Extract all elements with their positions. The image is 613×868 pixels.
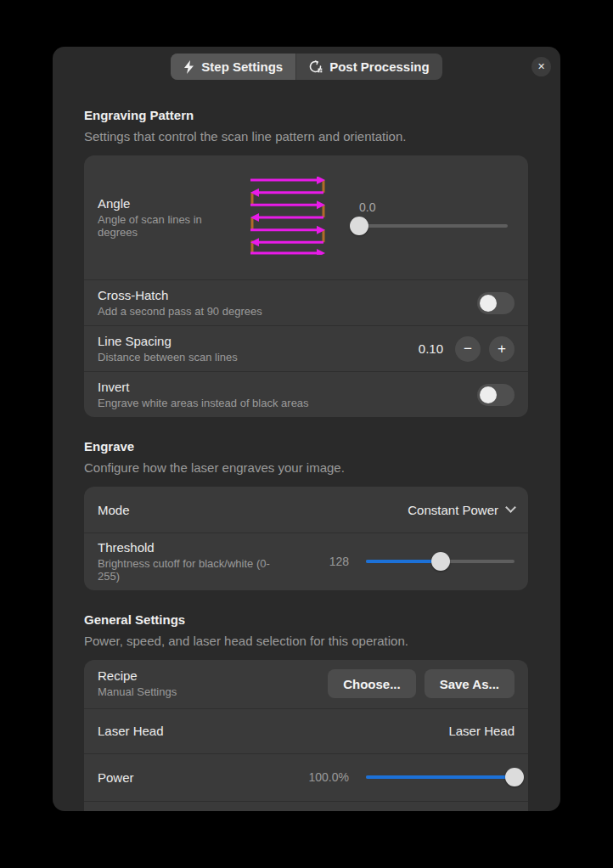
angle-value: 0.0	[359, 200, 515, 214]
close-button[interactable]: ✕	[531, 57, 551, 76]
recipe-save-as-button[interactable]: Save As...	[425, 669, 515, 698]
engraving-pattern-card: Angle Angle of scan lines in degrees	[84, 155, 528, 417]
mode-row[interactable]: Mode Constant Power	[84, 487, 528, 533]
line-spacing-row: Line Spacing Distance between scan lines…	[84, 325, 528, 371]
line-spacing-title: Line Spacing	[98, 334, 238, 348]
angle-row: Angle Angle of scan lines in degrees	[84, 155, 528, 279]
dialog-content: Engraving Pattern Settings that control …	[53, 108, 560, 811]
view-switcher: Step Settings Post Processing	[171, 54, 441, 80]
power-row: Power 100.0%	[84, 753, 528, 801]
cross-hatch-row: Cross-Hatch Add a second pass at 90 degr…	[84, 279, 528, 325]
angle-title: Angle	[98, 196, 232, 211]
laser-head-title: Laser Head	[98, 724, 164, 738]
recipe-title: Recipe	[98, 668, 177, 683]
tab-power-title: Tab Power	[98, 810, 158, 811]
threshold-slider-knob[interactable]	[431, 552, 450, 571]
step-settings-dialog: Step Settings Post Processing ✕	[53, 47, 560, 811]
dialog-header: Step Settings Post Processing ✕	[53, 47, 560, 86]
section-desc-engraving-pattern: Settings that control the scan line patt…	[84, 129, 528, 144]
mode-value: Constant Power	[408, 503, 498, 517]
threshold-subtitle: Brightness cutoff for black/white (0-255…	[98, 557, 276, 583]
tab-post-processing[interactable]: Post Processing	[295, 54, 442, 80]
section-title-engrave: Engrave	[84, 439, 528, 454]
angle-slider[interactable]	[359, 217, 508, 235]
section-title-engraving-pattern: Engraving Pattern	[84, 108, 528, 122]
threshold-slider[interactable]	[366, 552, 515, 571]
minus-icon: −	[464, 341, 472, 356]
tab-label: Post Processing	[329, 59, 430, 74]
chevron-down-icon	[505, 502, 516, 513]
section-desc-general-settings: Power, speed, and laser head selection f…	[84, 634, 528, 648]
engrave-card: Mode Constant Power Threshold Brightness…	[84, 487, 528, 590]
section-title-general-settings: General Settings	[84, 612, 528, 627]
line-spacing-subtitle: Distance between scan lines	[98, 351, 238, 364]
tab-power-row: Tab Power	[84, 801, 528, 811]
threshold-row: Threshold Brightness cutoff for black/wh…	[84, 533, 528, 590]
laser-head-value: Laser Head	[448, 724, 515, 738]
mode-title: Mode	[98, 503, 130, 517]
section-desc-engrave: Configure how the laser engraves your im…	[84, 460, 528, 475]
power-value: 100.0%	[309, 770, 349, 784]
invert-row: Invert Engrave white areas instead of bl…	[84, 371, 528, 417]
plus-icon: +	[498, 341, 506, 356]
lightning-icon	[183, 60, 194, 74]
invert-subtitle: Engrave white areas instead of black are…	[98, 397, 309, 409]
power-slider-knob[interactable]	[505, 768, 524, 786]
line-spacing-value: 0.10	[419, 341, 443, 356]
threshold-value: 128	[329, 555, 349, 568]
line-spacing-decrease-button[interactable]: −	[455, 336, 481, 362]
laser-head-row[interactable]: Laser Head Laser Head	[84, 708, 528, 753]
scanline-pattern-icon	[249, 177, 327, 258]
post-process-icon	[309, 60, 323, 74]
angle-subtitle: Angle of scan lines in degrees	[98, 213, 232, 240]
cross-hatch-title: Cross-Hatch	[98, 288, 262, 302]
power-slider[interactable]	[366, 768, 515, 786]
invert-toggle[interactable]	[477, 384, 515, 406]
recipe-choose-button[interactable]: Choose...	[328, 669, 416, 698]
invert-title: Invert	[98, 380, 309, 394]
line-spacing-increase-button[interactable]: +	[489, 336, 515, 362]
recipe-row: Recipe Manual Settings Choose... Save As…	[84, 660, 528, 708]
general-settings-card: Recipe Manual Settings Choose... Save As…	[84, 660, 528, 811]
cross-hatch-toggle[interactable]	[477, 292, 515, 314]
cross-hatch-subtitle: Add a second pass at 90 degrees	[98, 305, 262, 318]
recipe-subtitle: Manual Settings	[98, 685, 177, 698]
power-title: Power	[98, 770, 134, 785]
threshold-title: Threshold	[98, 540, 276, 555]
close-icon: ✕	[537, 61, 545, 72]
angle-slider-knob[interactable]	[350, 217, 368, 235]
tab-label: Step Settings	[201, 59, 283, 74]
tab-step-settings[interactable]: Step Settings	[171, 54, 295, 80]
